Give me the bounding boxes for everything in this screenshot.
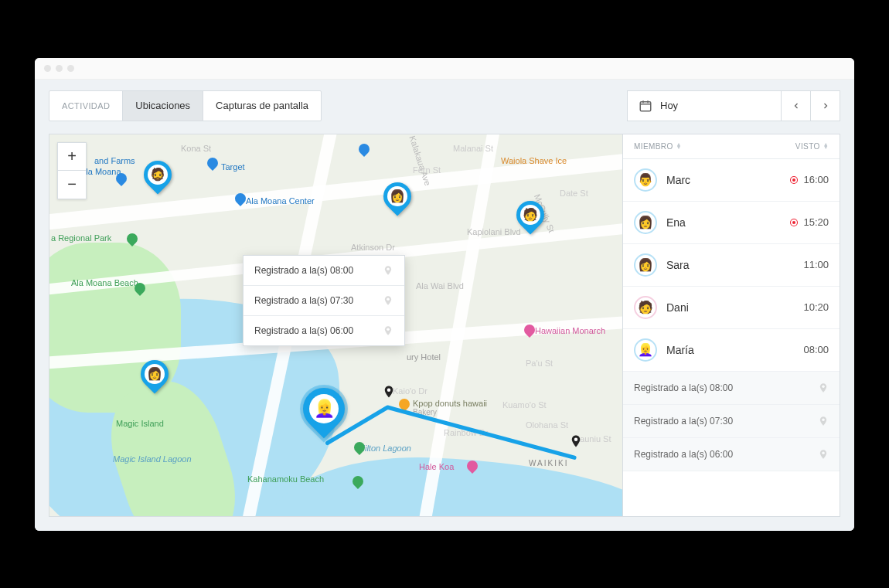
log-row[interactable]: Registrado a la(s) 06:00 xyxy=(623,438,840,471)
member-seen-time: 15:20 xyxy=(791,216,829,228)
date-next-button[interactable] xyxy=(811,90,840,121)
log-text: Registrado a la(s) 08:00 xyxy=(634,382,733,393)
sort-by-member[interactable]: MIEMBRO ▲▼ xyxy=(634,142,682,151)
map-label: Target xyxy=(221,162,245,172)
member-seen-time: 16:00 xyxy=(791,174,829,185)
map[interactable]: and Farms Ala Moana Target Ala Moana Cen… xyxy=(49,134,622,517)
date-navigator: Hoy xyxy=(627,90,840,121)
map-label: Hilton Lagoon xyxy=(359,444,411,453)
live-indicator-icon xyxy=(791,177,797,183)
svg-point-1 xyxy=(387,388,391,392)
member-row[interactable]: 👩Ena15:20 xyxy=(623,202,840,244)
location-pin-icon xyxy=(818,449,829,460)
svg-point-7 xyxy=(822,418,825,421)
log-text: Registrado a la(s) 07:30 xyxy=(634,416,733,427)
map-label: and Farms xyxy=(94,156,135,165)
map-label: Rainbow Dr xyxy=(444,428,488,437)
popup-entry[interactable]: Registrado a la(s) 07:30 xyxy=(244,286,404,316)
avatar: 🧑 xyxy=(634,296,657,319)
map-label: Kahanamoku Beach xyxy=(247,474,324,484)
map-label: Magic Island xyxy=(116,419,164,428)
map-label: Malanai St xyxy=(453,144,493,153)
member-name: Sara xyxy=(666,259,690,271)
map-label: Olohana St xyxy=(526,420,568,430)
content-area: and Farms Ala Moana Target Ala Moana Cen… xyxy=(35,121,854,531)
panel-header: MIEMBRO ▲▼ VISTO ▲▼ xyxy=(623,134,840,159)
map-label: Ala Wai Blvd xyxy=(416,281,464,291)
log-row[interactable]: Registrado a la(s) 08:00 xyxy=(623,372,840,405)
map-label: Kpop donuts hawaii xyxy=(413,399,487,408)
svg-point-6 xyxy=(822,385,825,388)
map-label: Hawaiian Monarch xyxy=(535,326,605,335)
tab-screenshots[interactable]: Capturas de pantalla xyxy=(203,91,321,121)
location-pin-icon xyxy=(383,265,393,276)
member-row[interactable]: 👨Marc16:00 xyxy=(623,159,840,202)
date-picker[interactable]: Hoy xyxy=(627,90,782,121)
map-label: Hale Koa xyxy=(419,462,454,471)
map-label: Atkinson Dr xyxy=(351,243,395,252)
member-row[interactable]: 👩Sara11:00 xyxy=(623,244,840,287)
members-list: 👨Marc16:00👩Ena15:20👩Sara11:00🧑Dani10:20👱… xyxy=(623,159,840,372)
log-text: Registrado a la(s) 06:00 xyxy=(634,449,733,460)
map-label: WAIKIKI xyxy=(529,459,568,467)
location-pin-icon xyxy=(383,295,393,306)
map-zoom-control: + − xyxy=(57,142,87,199)
avatar: 👩 xyxy=(634,211,657,234)
member-row[interactable]: 👱‍♀️María08:00 xyxy=(623,329,840,372)
member-name: Marc xyxy=(666,174,690,186)
sort-caret-icon: ▲▼ xyxy=(823,143,829,149)
popup-entry[interactable]: Registrado a la(s) 08:00 xyxy=(244,256,404,286)
tab-activity[interactable]: ACTIVIDAD xyxy=(49,91,123,121)
map-label: Fern St xyxy=(413,165,441,175)
toolbar-area: ACTIVIDAD Ubicaciones Capturas de pantal… xyxy=(35,80,854,121)
popup-text: Registrado a la(s) 08:00 xyxy=(254,265,353,276)
svg-point-8 xyxy=(822,451,825,454)
popup-entry[interactable]: Registrado a la(s) 06:00 xyxy=(244,316,404,345)
traffic-dot xyxy=(67,65,74,72)
map-label: ury Hotel xyxy=(407,352,441,362)
view-tabs: ACTIVIDAD Ubicaciones Capturas de pantal… xyxy=(49,90,322,121)
map-label: Kapiolani Blvd xyxy=(467,227,521,236)
popup-text: Registrado a la(s) 07:30 xyxy=(254,295,353,306)
chevron-left-icon xyxy=(792,101,801,110)
map-label: Pa'u St xyxy=(526,359,553,368)
zoom-out-button[interactable]: − xyxy=(58,171,86,199)
tab-locations[interactable]: Ubicaciones xyxy=(123,91,203,121)
map-popup: Registrado a la(s) 08:00 Registrado a la… xyxy=(243,255,405,346)
svg-rect-0 xyxy=(640,101,651,110)
map-label: Kuamo'o St xyxy=(502,400,547,410)
avatar: 👨 xyxy=(634,168,657,192)
map-label: Bakery xyxy=(413,408,437,416)
log-row[interactable]: Registrado a la(s) 07:30 xyxy=(623,405,840,438)
window-titlebar xyxy=(35,58,854,80)
member-seen-time: 08:00 xyxy=(803,344,829,355)
svg-point-4 xyxy=(387,297,390,301)
map-label: Kaio'o Dr xyxy=(393,386,427,396)
calendar-icon xyxy=(639,99,652,113)
route-waypoint-icon xyxy=(569,431,583,451)
live-indicator-icon xyxy=(791,219,797,226)
avatar: 👱‍♀️ xyxy=(634,338,657,362)
sort-caret-icon: ▲▼ xyxy=(676,143,682,149)
svg-point-5 xyxy=(387,328,390,331)
traffic-dot xyxy=(44,65,51,72)
date-prev-button[interactable] xyxy=(782,90,811,121)
checkin-log: Registrado a la(s) 08:00Registrado a la(… xyxy=(623,372,840,471)
chevron-right-icon xyxy=(821,101,830,110)
sort-by-seen[interactable]: VISTO ▲▼ xyxy=(795,142,829,151)
svg-point-2 xyxy=(574,437,578,441)
app-window: ACTIVIDAD Ubicaciones Capturas de pantal… xyxy=(35,58,854,531)
map-label: a Regional Park xyxy=(51,233,111,243)
member-row[interactable]: 🧑Dani10:20 xyxy=(623,287,840,329)
col-member-label: MIEMBRO xyxy=(634,142,673,151)
member-seen-time: 11:00 xyxy=(803,259,829,270)
date-label: Hoy xyxy=(660,100,678,111)
map-label: Magic Island Lagoon xyxy=(113,454,192,464)
location-pin-icon xyxy=(818,416,829,427)
member-name: Dani xyxy=(666,301,689,314)
svg-point-3 xyxy=(387,267,390,270)
location-pin-icon xyxy=(818,382,829,393)
map-label: Ala Moana Beach xyxy=(71,278,138,287)
zoom-in-button[interactable]: + xyxy=(58,143,86,171)
members-panel: MIEMBRO ▲▼ VISTO ▲▼ 👨Marc16:00👩Ena15:20👩… xyxy=(622,134,840,517)
